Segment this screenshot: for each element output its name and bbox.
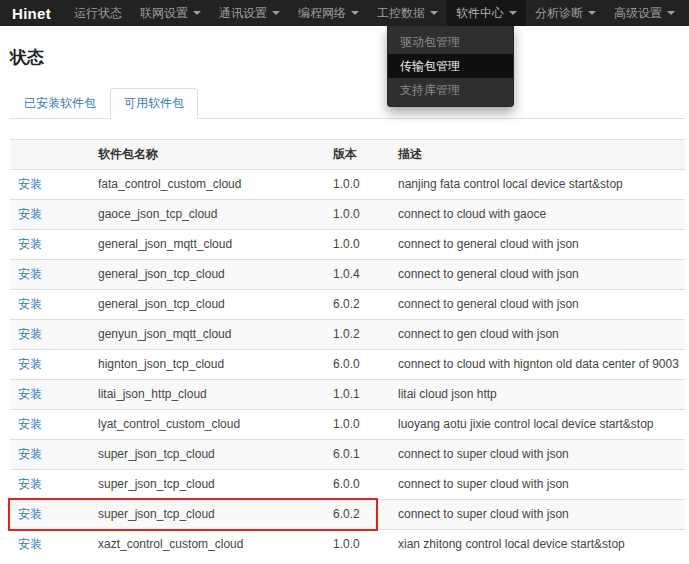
package-version: 1.0.0 (325, 170, 390, 200)
package-description: connect to cloud with hignton old data c… (390, 350, 685, 380)
install-link[interactable]: 安装 (18, 357, 42, 371)
tab-available-packages[interactable]: 可用软件包 (110, 88, 198, 119)
nav-item-label: 分析诊断 (535, 5, 583, 22)
install-link[interactable]: 安装 (18, 537, 42, 551)
install-link[interactable]: 安装 (18, 297, 42, 311)
column-header-1: 软件包名称 (90, 140, 325, 170)
install-link[interactable]: 安装 (18, 237, 42, 251)
table-row: 安装super_json_tcp_cloud6.0.2connect to su… (10, 500, 685, 530)
package-table: 软件包名称版本描述 安装fata_control_custom_cloud1.0… (10, 139, 685, 559)
package-description: connect to super cloud with json (390, 440, 685, 470)
install-link[interactable]: 安装 (18, 507, 42, 521)
package-name: litai_json_http_cloud (90, 380, 325, 410)
nav-item-label: 通讯设置 (219, 5, 267, 22)
package-description: luoyang aotu jixie control local device … (390, 410, 685, 440)
package-version: 1.0.0 (325, 530, 390, 560)
nav-menu: 运行状态联网设置通讯设置编程网络工控数据软件中心分析诊断高级设置系统设置退出 (65, 0, 689, 26)
package-description: connect to super cloud with json (390, 500, 685, 530)
top-navbar: Hinet 运行状态联网设置通讯设置编程网络工控数据软件中心分析诊断高级设置系统… (0, 0, 689, 26)
package-name: general_json_tcp_cloud (90, 290, 325, 320)
package-description: connect to super cloud with json (390, 470, 685, 500)
package-version: 6.0.2 (325, 290, 390, 320)
nav-item-label: 工控数据 (377, 5, 425, 22)
brand-logo[interactable]: Hinet (12, 0, 51, 26)
package-version: 1.0.2 (325, 320, 390, 350)
package-description: litai cloud json http (390, 380, 685, 410)
table-row: 安装litai_json_http_cloud1.0.1litai cloud … (10, 380, 685, 410)
column-header-0 (10, 140, 90, 170)
dropdown-item-driver-package-management[interactable]: 驱动包管理 (388, 30, 513, 54)
package-name: super_json_tcp_cloud (90, 440, 325, 470)
caret-down-icon (193, 11, 201, 15)
package-name: super_json_tcp_cloud (90, 500, 325, 530)
package-name: xazt_control_custom_cloud (90, 530, 325, 560)
caret-down-icon (509, 11, 517, 15)
main-content: 状态 已安装软件包可用软件包 软件包名称版本描述 安装fata_control_… (0, 48, 689, 559)
nav-item-label: 软件中心 (456, 5, 504, 22)
table-row: 安装fata_control_custom_cloud1.0.0nanjing … (10, 170, 685, 200)
package-version: 6.0.0 (325, 470, 390, 500)
install-link[interactable]: 安装 (18, 387, 42, 401)
package-name: general_json_mqtt_cloud (90, 230, 325, 260)
package-description: connect to cloud with gaoce (390, 200, 685, 230)
table-row: 安装super_json_tcp_cloud6.0.1connect to su… (10, 440, 685, 470)
table-row: 安装xazt_control_custom_cloud1.0.0xian zhi… (10, 530, 685, 560)
install-link[interactable]: 安装 (18, 267, 42, 281)
table-header: 软件包名称版本描述 (10, 140, 685, 170)
nav-item-comm-settings[interactable]: 通讯设置 (210, 0, 289, 26)
page: Hinet 运行状态联网设置通讯设置编程网络工控数据软件中心分析诊断高级设置系统… (0, 0, 689, 564)
package-description: connect to gen cloud with json (390, 320, 685, 350)
table-row: 安装hignton_json_tcp_cloud6.0.0connect to … (10, 350, 685, 380)
table-row: 安装general_json_mqtt_cloud1.0.0connect to… (10, 230, 685, 260)
nav-item-network-settings[interactable]: 联网设置 (131, 0, 210, 26)
package-version: 6.0.0 (325, 350, 390, 380)
install-link[interactable]: 安装 (18, 447, 42, 461)
caret-down-icon (667, 11, 675, 15)
table-row: 安装super_json_tcp_cloud6.0.0connect to su… (10, 470, 685, 500)
table-row: 安装general_json_tcp_cloud6.0.2connect to … (10, 290, 685, 320)
nav-item-industrial-data[interactable]: 工控数据 (368, 0, 447, 26)
nav-item-software-center[interactable]: 软件中心 (447, 0, 526, 26)
dropdown-item-transfer-package-management[interactable]: 传输包管理 (388, 54, 513, 78)
package-name: hignton_json_tcp_cloud (90, 350, 325, 380)
package-version: 6.0.2 (325, 500, 390, 530)
column-header-2: 版本 (325, 140, 390, 170)
install-link[interactable]: 安装 (18, 417, 42, 431)
caret-down-icon (430, 11, 438, 15)
caret-down-icon (272, 11, 280, 15)
table-row: 安装lyat_control_custom_cloud1.0.0luoyang … (10, 410, 685, 440)
package-tabs: 已安装软件包可用软件包 (10, 88, 685, 119)
package-description: connect to general cloud with json (390, 290, 685, 320)
table-row: 安装gaoce_json_tcp_cloud1.0.0connect to cl… (10, 200, 685, 230)
column-header-3: 描述 (390, 140, 685, 170)
package-description: connect to general cloud with json (390, 230, 685, 260)
nav-item-programming-network[interactable]: 编程网络 (289, 0, 368, 26)
tab-installed-packages[interactable]: 已安装软件包 (10, 88, 110, 119)
nav-item-label: 运行状态 (74, 5, 122, 22)
caret-down-icon (588, 11, 596, 15)
install-link[interactable]: 安装 (18, 477, 42, 491)
nav-item-label: 编程网络 (298, 5, 346, 22)
table-row: 安装genyun_json_mqtt_cloud1.0.2connect to … (10, 320, 685, 350)
package-description: xian zhitong control local device start&… (390, 530, 685, 560)
install-link[interactable]: 安装 (18, 207, 42, 221)
package-name: super_json_tcp_cloud (90, 470, 325, 500)
package-version: 1.0.0 (325, 230, 390, 260)
nav-item-system-settings[interactable]: 系统设置 (684, 0, 689, 26)
package-version: 1.0.0 (325, 410, 390, 440)
package-name: general_json_tcp_cloud (90, 260, 325, 290)
install-link[interactable]: 安装 (18, 327, 42, 341)
package-name: genyun_json_mqtt_cloud (90, 320, 325, 350)
install-link[interactable]: 安装 (18, 177, 42, 191)
dropdown-item-support-library-management[interactable]: 支持库管理 (388, 78, 513, 102)
nav-item-analysis-diagnosis[interactable]: 分析诊断 (526, 0, 605, 26)
caret-down-icon (351, 11, 359, 15)
package-version: 6.0.1 (325, 440, 390, 470)
software-center-dropdown: 驱动包管理传输包管理支持库管理 (387, 26, 514, 107)
package-version: 1.0.4 (325, 260, 390, 290)
package-description: nanjing fata control local device start&… (390, 170, 685, 200)
nav-item-run-status[interactable]: 运行状态 (65, 0, 131, 26)
nav-item-advanced-settings[interactable]: 高级设置 (605, 0, 684, 26)
package-description: connect to general cloud with json (390, 260, 685, 290)
package-name: gaoce_json_tcp_cloud (90, 200, 325, 230)
